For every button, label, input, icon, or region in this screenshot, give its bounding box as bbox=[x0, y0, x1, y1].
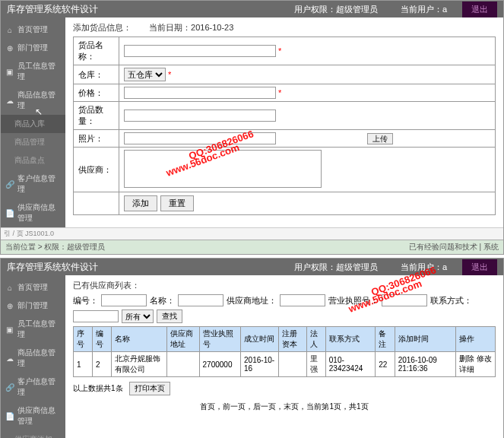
sidebar-item-staff[interactable]: ▣员工信息管理 bbox=[1, 315, 65, 344]
search-button[interactable]: 查找 bbox=[157, 309, 182, 323]
select-warehouse[interactable]: 五仓库 bbox=[124, 68, 166, 81]
label-photo: 照片： bbox=[74, 130, 119, 148]
card-icon: ▣ bbox=[5, 68, 14, 76]
search-label-no: 编号： bbox=[73, 295, 98, 306]
th-legal: 法人 bbox=[306, 327, 325, 352]
app-title: 库存管理系统软件设计 bbox=[7, 3, 294, 16]
search-bar: 编号： 名称： 供应商地址： 营业执照号： 联系方式： 所有 查找 bbox=[73, 294, 496, 323]
th-no: 编号 bbox=[92, 327, 111, 352]
exit-button[interactable]: 退出 bbox=[462, 259, 497, 275]
label-name: 货品名称： bbox=[74, 37, 119, 65]
cell-founded: 2016-10-16 bbox=[241, 352, 279, 377]
reset-button[interactable]: 重置 bbox=[160, 195, 194, 211]
document-icon: 📄 bbox=[5, 209, 14, 217]
required-mark: * bbox=[168, 70, 171, 79]
pager[interactable]: 首页，前一页，后一页，末页，当前第1页，共1页 bbox=[73, 402, 496, 412]
app-panel-supplier-list: 库存管理系统软件设计 用户权限：超级管理员 当前用户：a 退出 ⌂首页管理 ⊕部… bbox=[0, 258, 504, 438]
sidebar-item-product[interactable]: ☁商品信息管理 bbox=[1, 86, 65, 115]
app-header: 库存管理系统软件设计 用户权限：超级管理员 当前用户：a 退出 bbox=[1, 1, 503, 17]
sidebar-item-label: 员工信息管理 bbox=[17, 61, 62, 82]
search-input-contact[interactable] bbox=[73, 310, 119, 322]
required-mark: * bbox=[278, 46, 281, 56]
label-count: 货品数量： bbox=[74, 102, 119, 130]
sidebar-item-label: 供应商添加 bbox=[14, 434, 52, 438]
document-icon: 📄 bbox=[5, 412, 14, 421]
sidebar-item-prodmanage[interactable]: 商品管理 bbox=[1, 133, 65, 151]
search-select-all[interactable]: 所有 bbox=[122, 309, 154, 323]
sidebar-item-label: 部门管理 bbox=[17, 300, 48, 311]
input-photo[interactable] bbox=[124, 132, 276, 144]
total-count: 以上数据共1条 bbox=[73, 384, 123, 392]
permission-label: 用户权限：超级管理员 bbox=[294, 4, 378, 15]
sidebar-item-stockin[interactable]: 商品入库 bbox=[1, 115, 65, 133]
input-price[interactable] bbox=[124, 87, 276, 99]
sidebar-item-supplier-add[interactable]: 供应商添加 bbox=[1, 430, 65, 438]
below-table: 以上数据共1条 打印本页 bbox=[73, 382, 496, 395]
sidebar-item-label: 部门管理 bbox=[17, 43, 48, 53]
cell-legal: 里强 bbox=[306, 352, 325, 377]
sidebar-item-supplier[interactable]: 📄供应商信息管理 bbox=[1, 198, 65, 227]
sidebar-item-label: 客户信息管理 bbox=[17, 376, 61, 398]
input-count[interactable] bbox=[124, 110, 276, 122]
th-contact: 联系方式 bbox=[325, 327, 375, 352]
sidebar: ⌂首页管理 ⊕部门管理 ▣员工信息管理 ☁商品信息管理 商品入库 商品管理 商品… bbox=[1, 17, 65, 227]
cell-name: 北京丹妮服饰有限公司 bbox=[111, 352, 166, 377]
sidebar-item-product[interactable]: ☁商品信息管理 bbox=[1, 344, 65, 373]
sidebar-item-label: 商品管理 bbox=[14, 137, 45, 148]
footer-right: 已有经验问题和技术 | 系统 bbox=[409, 242, 499, 252]
permission-label: 用户权限：超级管理员 bbox=[294, 262, 378, 273]
sidebar-item-dept[interactable]: ⊕部门管理 bbox=[1, 297, 65, 315]
content-area: 添加货品信息： 当前日期：2016-10-23 货品名称：* 仓库：五仓库* 价… bbox=[65, 17, 503, 227]
globe-icon: ⊕ bbox=[5, 302, 14, 310]
cell-ops[interactable]: 删除 修改 详细 bbox=[455, 352, 495, 377]
date-label: 当前日期：2016-10-23 bbox=[149, 23, 233, 32]
sidebar-item-label: 首页管理 bbox=[17, 282, 48, 293]
form-table: 货品名称：* 仓库：五仓库* 价格：* 货品数量： 照片：上传 供应商： 添加重… bbox=[73, 36, 496, 215]
sidebar-item-label: 商品信息管理 bbox=[17, 90, 62, 111]
app-panel-add-product: 库存管理系统软件设计 用户权限：超级管理员 当前用户：a 退出 ⌂首页管理 ⊕部… bbox=[0, 0, 504, 255]
required-mark: * bbox=[278, 88, 281, 97]
footer-left: 当前位置 > 权限：超级管理员 bbox=[5, 242, 105, 252]
search-input-name[interactable] bbox=[178, 294, 223, 306]
sidebar-item-label: 商品信息管理 bbox=[17, 348, 62, 369]
sidebar-item-customer[interactable]: 🔗客户信息管理 bbox=[1, 373, 65, 402]
cell-contact: 010-23423424 bbox=[325, 352, 375, 377]
app-title: 库存管理系统软件设计 bbox=[7, 261, 294, 274]
status-bar: 引 / 页 JS1001.0 bbox=[1, 227, 503, 240]
cell-seq: 1 bbox=[74, 352, 93, 377]
search-label-addr: 供应商地址： bbox=[227, 295, 277, 306]
add-button[interactable]: 添加 bbox=[124, 195, 157, 211]
input-name[interactable] bbox=[124, 45, 276, 57]
home-icon: ⌂ bbox=[5, 284, 14, 292]
sidebar-item-home[interactable]: ⌂首页管理 bbox=[1, 21, 65, 39]
exit-button[interactable]: 退出 bbox=[462, 2, 497, 17]
sidebar-item-dept[interactable]: ⊕部门管理 bbox=[1, 39, 65, 57]
app-header: 库存管理系统软件设计 用户权限：超级管理员 当前用户：a 退出 bbox=[1, 259, 503, 275]
upload-button[interactable]: 上传 bbox=[367, 133, 393, 144]
link-icon: 🔗 bbox=[5, 180, 14, 189]
sidebar-item-home[interactable]: ⌂首页管理 bbox=[1, 278, 65, 297]
sidebar-item-staff[interactable]: ▣员工信息管理 bbox=[1, 57, 65, 86]
sidebar-item-supplier[interactable]: 📄供应商信息管理 bbox=[1, 402, 65, 430]
sidebar-item-customer[interactable]: 🔗客户信息管理 bbox=[1, 170, 65, 198]
th-addtime: 添加时间 bbox=[395, 327, 455, 352]
search-input-no[interactable] bbox=[101, 294, 147, 306]
textarea-supplier[interactable] bbox=[124, 150, 322, 188]
cell-no: 2 bbox=[92, 352, 111, 377]
th-capital: 注册资本 bbox=[278, 327, 306, 352]
th-seq: 序号 bbox=[74, 327, 93, 352]
section-title-text: 添加货品信息： bbox=[73, 23, 132, 32]
sidebar-item-stocktake[interactable]: 商品盘点 bbox=[1, 151, 65, 170]
print-button[interactable]: 打印本页 bbox=[129, 382, 170, 395]
table-row[interactable]: 1 2 北京丹妮服饰有限公司 2700000 2016-10-16 里强 010… bbox=[74, 352, 496, 377]
search-input-addr[interactable] bbox=[280, 294, 325, 306]
sidebar-item-label: 首页管理 bbox=[17, 24, 48, 35]
sidebar-item-label: 员工信息管理 bbox=[17, 319, 62, 340]
globe-icon: ⊕ bbox=[5, 44, 14, 52]
label-warehouse: 仓库： bbox=[74, 65, 119, 84]
section-title: 添加货品信息： 当前日期：2016-10-23 bbox=[73, 22, 496, 33]
table-header-row: 序号 编号 名称 供应商地址 营业执照号 成立时间 注册资本 法人 联系方式 备… bbox=[74, 327, 496, 352]
sidebar-item-label: 客户信息管理 bbox=[17, 173, 61, 195]
cell-license: 2700000 bbox=[199, 352, 241, 377]
search-input-license[interactable] bbox=[382, 294, 427, 306]
